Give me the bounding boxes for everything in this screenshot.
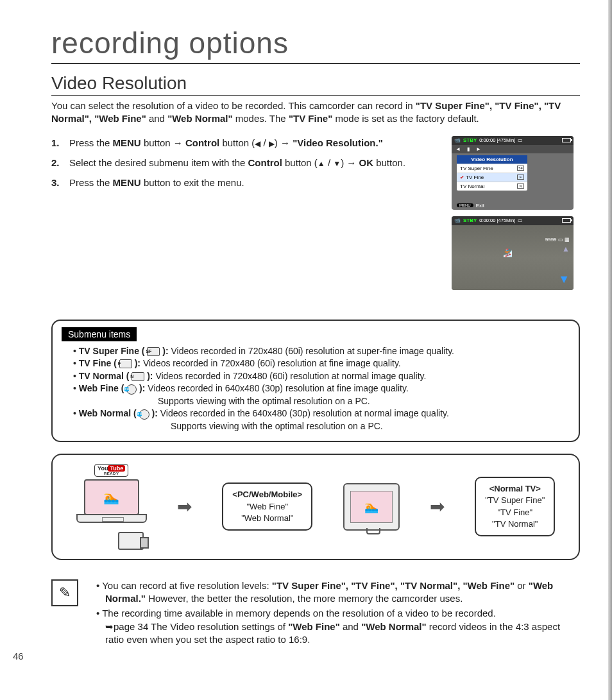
page-gutter xyxy=(608,0,612,700)
laptop-base xyxy=(76,514,147,523)
page-number: 46 xyxy=(13,651,24,662)
camcorder-preview-screen: 📹 STBY 0:00:00 [475Min] ▭ 9999 ▭ ▦ 🏂 ▲ ▼ xyxy=(452,216,574,290)
submenu-list: TV Super Fine ( SF ): Videos recorded in… xyxy=(62,345,570,395)
menu-item-label: TV Fine xyxy=(466,175,484,180)
section-title: Video Resolution xyxy=(51,73,580,96)
card-title: <PC/Web/Mobile> xyxy=(232,490,302,499)
stby-label: STBY xyxy=(463,137,477,143)
youtube-you: You xyxy=(98,465,108,472)
preview-image: 9999 ▭ ▦ 🏂 ▲ ▼ xyxy=(452,225,574,290)
submenu-name: TV Super Fine ( xyxy=(79,346,148,356)
card-title: <Normal TV> xyxy=(489,484,541,493)
chapter-title: recording options xyxy=(51,26,580,64)
camcorder-previews: 📹 STBY 0:00:00 [475Min] ▭ ◄ ▮ ► Video Re… xyxy=(452,136,580,290)
resolution-flow-box: YouTube READY 🏊 ➡ <PC/Web/Mobile> "Web F… xyxy=(51,454,580,560)
quality-n-icon: N xyxy=(517,184,524,189)
youtube-ready-badge: YouTube READY xyxy=(94,464,128,477)
step-number: 3. xyxy=(51,176,69,189)
intro-text: and xyxy=(149,113,167,124)
note-item: The recording time available in memory d… xyxy=(90,607,580,647)
status-bar: 📹 STBY 0:00:00 [475Min] ▭ xyxy=(452,216,574,225)
note-text: You can record at five resolution levels… xyxy=(102,580,272,591)
step-number: 1. xyxy=(51,136,69,149)
exit-bar: MENU Exit xyxy=(457,203,484,209)
step-text: Press the xyxy=(69,177,113,188)
menu-item-tv-fine: ✔ TV FineF xyxy=(457,173,527,182)
flow-arrow-icon: ➡ xyxy=(177,496,192,517)
compass-down-icon: ▼ xyxy=(558,273,570,286)
submenu-heading: Submenu items xyxy=(62,327,137,341)
down-arrow-icon xyxy=(333,157,341,168)
submenu-desc: Videos recorded in 720x480 (60i) resolut… xyxy=(171,346,454,356)
web-normal-icon: 🌐 xyxy=(139,409,149,420)
card-line: "Web Normal" xyxy=(241,513,293,523)
tv-screen: 🏊 xyxy=(350,491,393,523)
submenu-name: TV Normal ( xyxy=(79,371,132,381)
web-fine-icon: 🌐 xyxy=(126,384,137,395)
note-text: or xyxy=(517,580,529,591)
step-text: Select the desired submenu item with the xyxy=(69,157,248,168)
skier-icon: 🏂 xyxy=(503,248,513,257)
icons-bar: ◄ ▮ ► xyxy=(452,145,574,153)
menu-item-tv-normal: TV NormalN xyxy=(457,182,527,191)
step-text: Press the xyxy=(69,137,113,148)
exit-label: Exit xyxy=(476,203,484,209)
flow-arrow-icon: ➡ xyxy=(430,496,445,517)
quality-sf-icon: SF xyxy=(147,347,160,356)
card-line: "TV Fine" xyxy=(497,508,532,517)
quality-sf-icon: SF xyxy=(517,166,524,171)
notes-row: ✎ You can record at five resolution leve… xyxy=(51,579,580,648)
card-line: "TV Super Fine" xyxy=(485,495,545,505)
step-text: ) → xyxy=(275,137,293,148)
youtube-tube: Tube xyxy=(108,465,125,472)
menu-title: Video Resolution xyxy=(457,155,527,164)
step-3: 3. Press the MENU button to exit the men… xyxy=(51,176,440,189)
submenu-item: Web Fine ( 🌐 ): Videos recorded in 640x4… xyxy=(73,382,570,395)
submenu-desc: Videos recorded in the 640x480 (30p) res… xyxy=(160,408,449,418)
camcorder-menu-screen: 📹 STBY 0:00:00 [475Min] ▭ ◄ ▮ ► Video Re… xyxy=(452,136,574,210)
quality-n-icon: N xyxy=(132,372,144,381)
card-line: "Web Fine" xyxy=(246,502,288,511)
video-resolution-label: "Video Resolution." xyxy=(293,137,383,148)
mode-icon: ▮ xyxy=(467,146,470,152)
page-ref-icon xyxy=(105,621,114,632)
control-button-label: Control xyxy=(248,157,282,168)
note-modes: "TV Super Fine", "TV Fine", "TV Normal",… xyxy=(272,580,514,591)
submenu-desc: Videos recorded in 720x480 (60i) resolut… xyxy=(155,371,426,381)
support-line: Supports viewing with the optimal resolu… xyxy=(62,420,570,433)
menu-item-label: TV Super Fine xyxy=(460,166,493,171)
step-2: 2. Select the desired submenu item with … xyxy=(51,156,440,169)
submenu-item: TV Fine ( F ): Videos recorded in 720x48… xyxy=(73,357,570,370)
note-text: The recording time available in memory d… xyxy=(102,608,496,619)
battery-icon xyxy=(562,138,571,142)
tv-option-card: <Normal TV> "TV Super Fine" "TV Fine" "T… xyxy=(475,477,555,536)
checkmark-icon: ✔ xyxy=(460,175,464,180)
note-text: However, the better the resolution, the … xyxy=(148,593,463,604)
camera-icon xyxy=(118,532,144,550)
note-text: and xyxy=(343,621,361,632)
laptop-icon: 🏊 xyxy=(76,479,147,529)
submenu-desc: Videos recorded in 640x480 (30p) resolut… xyxy=(148,383,409,393)
control-button-label: Control xyxy=(185,137,219,148)
step-text: button ( xyxy=(285,157,318,168)
laptop-column: YouTube READY 🏊 xyxy=(76,464,147,550)
submenu-item: Web Normal ( 🌐 ): Videos recorded in the… xyxy=(73,407,570,420)
step-text: ) → xyxy=(341,157,359,168)
intro-mode: "Web Normal" xyxy=(167,113,232,124)
card-line: "TV Normal" xyxy=(492,519,538,529)
quality-f-icon: F xyxy=(517,175,524,180)
menu-panel: Video Resolution TV Super FineSF ✔ TV Fi… xyxy=(457,155,527,191)
step-number: 2. xyxy=(51,156,69,169)
battery-icon xyxy=(562,218,571,223)
notes-list: You can record at five resolution levels… xyxy=(90,579,580,648)
nav-left-icon: ◄ xyxy=(455,146,461,152)
nav-right-icon: ► xyxy=(476,146,481,152)
note-mode: "Web Normal" xyxy=(361,621,426,632)
photo-counter: 9999 ▭ ▦ xyxy=(545,237,570,243)
up-arrow-icon xyxy=(318,157,325,168)
step-1: 1. Press the MENU button → Control butto… xyxy=(51,136,440,149)
intro-paragraph: You can select the resolution of a video… xyxy=(51,99,580,126)
intro-text: You can select the resolution of a video… xyxy=(51,100,416,111)
step-text: / xyxy=(260,137,269,148)
submenu-name: TV Fine ( xyxy=(79,358,119,368)
